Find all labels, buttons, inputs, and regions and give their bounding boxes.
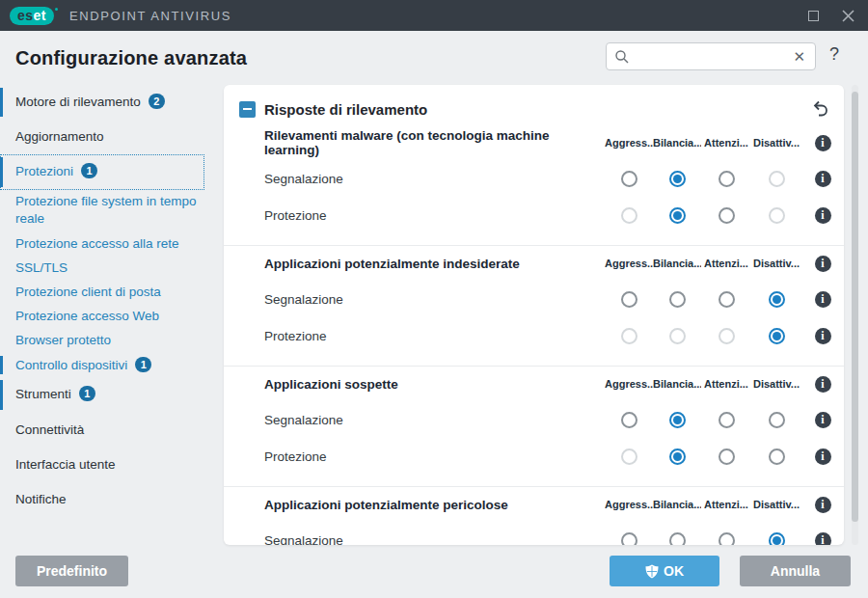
uac-shield-icon — [645, 564, 659, 579]
sidebar-item-notifiche[interactable]: Notifiche — [0, 482, 204, 517]
info-icon[interactable]: i — [815, 291, 831, 308]
sidebar-item-browser-protetto[interactable]: Browser protetto — [0, 329, 204, 353]
help-button[interactable]: ? — [829, 44, 839, 65]
active-marker-bar — [0, 88, 3, 117]
radio-segnalazione-col3-normal[interactable] — [719, 412, 735, 428]
sidebar-item-label: Protezione accesso alla rete — [15, 236, 179, 251]
radio-protezione-col2-selected[interactable] — [669, 448, 686, 465]
search-icon — [614, 49, 630, 65]
info-icon[interactable]: i — [815, 532, 831, 546]
count-badge: 1 — [135, 357, 151, 372]
info-icon[interactable]: i — [815, 135, 831, 151]
sidebar-item-controllo-dispositivi[interactable]: Controllo dispositivi1 — [0, 353, 204, 377]
setting-row-segnalazione: Segnalazionei — [224, 160, 844, 197]
sidebar-item-protezione-accesso-web[interactable]: Protezione accesso Web — [0, 305, 204, 329]
info-icon[interactable]: i — [815, 376, 831, 393]
radio-segnalazione-col4-selected[interactable] — [769, 291, 785, 308]
info-icon[interactable]: i — [815, 256, 831, 272]
radio-protezione-col4-disabled — [769, 207, 785, 224]
info-icon[interactable]: i — [815, 328, 831, 344]
info-icon[interactable]: i — [815, 412, 831, 428]
column-header-2: Bilancia... — [653, 378, 701, 390]
radio-protezione-col4-normal[interactable] — [769, 448, 785, 465]
section-header: Applicazioni potenzialmente pericoloseAg… — [224, 487, 844, 522]
radio-dot — [773, 332, 781, 340]
app-name: ENDPOINT ANTIVIRUS — [69, 9, 231, 23]
radio-segnalazione-col3-normal[interactable] — [719, 291, 735, 308]
radio-segnalazione-col1-normal[interactable] — [621, 412, 637, 428]
collapse-minus-icon — [243, 108, 252, 110]
revert-button[interactable] — [809, 98, 830, 120]
setting-row-protezione: Protezionei — [224, 317, 844, 354]
column-header-3: Attenzi... — [701, 378, 751, 390]
radio-segnalazione-col4-selected[interactable] — [769, 532, 785, 546]
sidebar-item-label: SSL/TLS — [15, 260, 68, 275]
sidebar-item-protezione-accesso-alla-rete[interactable]: Protezione accesso alla rete — [0, 231, 204, 256]
sidebar-item-motore-di-rilevamento[interactable]: Motore di rilevamento2 — [0, 85, 204, 120]
radio-dot — [773, 295, 781, 304]
search-input[interactable] — [630, 49, 791, 64]
scrollbar-track[interactable] — [852, 85, 858, 545]
radio-protezione-col1-disabled — [621, 448, 637, 465]
radio-dot — [773, 536, 781, 545]
close-button[interactable] — [837, 5, 858, 26]
header: Configurazione avanzata ✕ ? — [0, 31, 868, 85]
radio-protezione-col3-normal[interactable] — [719, 448, 735, 465]
radio-protezione-col2-selected[interactable] — [669, 207, 686, 224]
column-header-3: Attenzi... — [701, 499, 751, 510]
section-title: Applicazioni sospette — [264, 377, 605, 392]
radio-segnalazione-col1-normal[interactable] — [621, 171, 637, 187]
column-header-1: Aggress... — [605, 499, 653, 510]
section-header: Rilevamenti malware (con tecnologia mach… — [224, 125, 844, 160]
radio-protezione-col3-normal[interactable] — [719, 207, 735, 224]
eset-logo: es et — [10, 7, 58, 25]
radio-segnalazione-col4-disabled — [769, 171, 785, 187]
info-icon[interactable]: i — [815, 171, 831, 187]
collapse-button[interactable] — [239, 101, 256, 118]
radio-segnalazione-col3-normal[interactable] — [719, 171, 735, 187]
column-header-4: Disattiv... — [751, 378, 801, 390]
radio-dot — [673, 211, 682, 220]
info-icon[interactable]: i — [815, 207, 831, 224]
radio-segnalazione-col1-normal[interactable] — [621, 532, 637, 546]
default-button[interactable]: Predefinito — [15, 556, 128, 586]
sidebar-item-label: Motore di rilevamento — [15, 95, 141, 109]
sidebar-item-label: Browser protetto — [15, 333, 111, 347]
ok-button-label: OK — [664, 563, 684, 579]
info-icon[interactable]: i — [815, 448, 831, 465]
cancel-button[interactable]: Annulla — [740, 556, 851, 586]
sidebar-item-protezione-file-system-in-tempo-reale[interactable]: Protezione file system in tempo reale — [0, 190, 204, 231]
setting-row-protezione: Protezionei — [224, 438, 844, 475]
radio-segnalazione-col2-normal[interactable] — [669, 291, 686, 308]
scrollbar-thumb[interactable] — [852, 92, 858, 522]
sidebar-item-interfaccia-utente[interactable]: Interfaccia utente — [0, 448, 204, 482]
radio-segnalazione-col4-normal[interactable] — [769, 412, 785, 428]
radio-segnalazione-col1-normal[interactable] — [621, 291, 637, 308]
sidebar-item-label: Interfaccia utente — [15, 457, 116, 472]
sidebar-item-ssl-tls[interactable]: SSL/TLS — [0, 256, 204, 280]
radio-segnalazione-col2-selected[interactable] — [669, 171, 686, 187]
search-clear-icon[interactable]: ✕ — [791, 48, 807, 66]
search-box[interactable]: ✕ — [606, 42, 816, 70]
radio-segnalazione-col2-normal[interactable] — [669, 532, 686, 546]
radio-segnalazione-col3-normal[interactable] — [719, 532, 735, 546]
sidebar-item-protezione-client-di-posta[interactable]: Protezione client di posta — [0, 281, 204, 305]
active-marker-bar — [0, 356, 3, 374]
page-title: Configurazione avanzata — [15, 47, 247, 69]
ok-button[interactable]: OK — [610, 556, 719, 586]
radio-protezione-col4-selected[interactable] — [769, 328, 785, 344]
info-icon[interactable]: i — [815, 497, 831, 513]
row-label: Protezione — [264, 208, 605, 223]
sidebar-item-connettivit-[interactable]: Connettività — [0, 413, 204, 448]
active-marker-bar — [0, 157, 3, 186]
radio-segnalazione-col2-selected[interactable] — [669, 412, 686, 428]
sidebar-item-label: Protezione accesso Web — [15, 309, 159, 323]
sidebar-item-aggiornamento[interactable]: Aggiornamento — [0, 120, 204, 154]
row-label: Protezione — [264, 449, 605, 464]
count-badge: 1 — [79, 386, 95, 401]
sidebar-item-protezioni[interactable]: Protezioni1 — [0, 154, 204, 189]
sidebar-item-strumenti[interactable]: Strumenti1 — [0, 377, 204, 412]
radio-protezione-col1-disabled — [621, 328, 637, 344]
maximize-button[interactable] — [802, 5, 824, 26]
radio-protezione-col2-disabled — [669, 328, 686, 344]
